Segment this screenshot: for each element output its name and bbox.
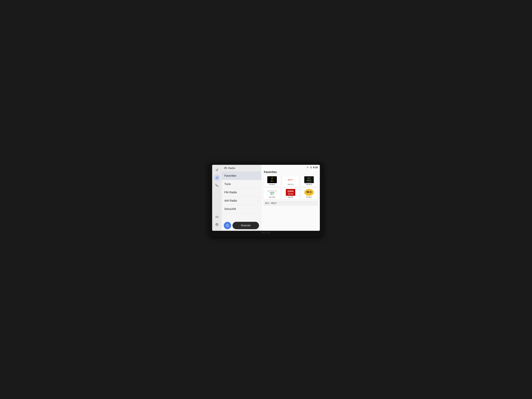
svg-text:88.5: 88.5 xyxy=(306,190,312,193)
settings-icon[interactable] xyxy=(214,221,220,228)
svg-point-2 xyxy=(217,178,218,178)
station-card-am690[interactable]: ESPN 690 AM AM 690 xyxy=(282,188,299,199)
svg-text:Gator: Gator xyxy=(307,179,311,181)
svg-text:690 AM: 690 AM xyxy=(288,193,293,195)
topbar: 8:16 xyxy=(261,165,320,170)
navigation-icon[interactable] xyxy=(214,167,220,173)
content-panel: 8:16 Favorites Z 95.3 FM 95.3 xyxy=(261,165,320,231)
am-radio-chevron-icon: › xyxy=(258,200,259,202)
radio-header-icon xyxy=(224,167,227,170)
svg-text:gator-cr: gator-cr xyxy=(288,179,293,181)
favorites-grid: Z 95.3 FM 95.3 gator-cr FM 97.9 xyxy=(261,175,320,199)
menu-item-favorites[interactable]: Favorites xyxy=(222,172,261,180)
menu-header-title: Radio xyxy=(228,167,235,170)
svg-text:1010: 1010 xyxy=(270,191,274,194)
station-label-am1010: AM 1010 xyxy=(269,196,275,198)
clock-display: 8:16 xyxy=(313,166,318,169)
menu-footer: Sources xyxy=(222,220,261,231)
now-playing[interactable]: 94.1 · WILD xyxy=(263,201,318,206)
bluetooth-icon xyxy=(310,166,312,169)
svg-line-12 xyxy=(228,226,229,227)
search-button[interactable] xyxy=(224,222,231,229)
svg-text:COUNTRY: COUNTRY xyxy=(306,182,312,183)
menu-item-am-radio[interactable]: AM Radio › xyxy=(222,196,261,205)
bezel-bottom: PRIUS xyxy=(212,231,320,234)
mute-icon xyxy=(307,166,309,169)
section-title: Favorites xyxy=(261,170,320,175)
menu-item-fm-radio[interactable]: FM Radio › xyxy=(222,188,261,196)
svg-text:99.9: 99.9 xyxy=(308,177,310,179)
svg-marker-13 xyxy=(307,166,308,168)
svg-text:Z: Z xyxy=(271,177,273,180)
svg-text:ESPN: ESPN xyxy=(288,190,293,192)
menu-items-list: Favorites Tune FM Radio › AM Radio › Sir… xyxy=(222,172,261,220)
menu-panel: Radio Favorites Tune FM Radio › AM Radio… xyxy=(222,165,261,231)
bezel-label: PRIUS xyxy=(261,232,271,234)
station-label-fm979: FM 97.9 xyxy=(288,184,293,185)
menu-header: Radio xyxy=(222,165,261,172)
svg-text:95.3: 95.3 xyxy=(271,180,273,182)
station-label-fm885: FM 88.5 xyxy=(306,196,312,198)
svg-point-8 xyxy=(226,168,226,169)
music-icon[interactable] xyxy=(214,175,220,181)
svg-point-1 xyxy=(216,178,217,179)
svg-text:92.1: 92.1 xyxy=(271,193,274,195)
svg-marker-0 xyxy=(216,169,218,171)
fm-radio-chevron-icon: › xyxy=(258,191,259,193)
station-card-am1010[interactable]: MONEY DIGITAL TALK 1010 92.1 AM 1010 xyxy=(263,188,281,199)
car-bezel: Radio Favorites Tune FM Radio › AM Radio… xyxy=(209,162,323,237)
menu-item-tune[interactable]: Tune xyxy=(222,180,261,188)
sources-button[interactable]: Sources xyxy=(233,222,259,229)
menu-item-siriusxm[interactable]: SiriusXM › xyxy=(222,205,261,213)
svg-point-11 xyxy=(226,224,228,226)
vehicle-icon[interactable] xyxy=(214,214,220,220)
svg-point-6 xyxy=(216,224,217,225)
station-card-fm999[interactable]: 99.9 Gator COUNTRY FM 99.9 xyxy=(300,175,318,187)
station-card-fm953[interactable]: Z 95.3 FM 95.3 xyxy=(263,175,281,187)
station-label-am690: AM 690 xyxy=(288,196,293,198)
siriusxm-chevron-icon: › xyxy=(258,208,259,210)
station-card-fm979[interactable]: gator-cr FM 97.9 xyxy=(282,175,299,187)
infotainment-screen: Radio Favorites Tune FM Radio › AM Radio… xyxy=(212,165,320,231)
sidebar xyxy=(212,165,222,231)
phone-icon[interactable] xyxy=(214,182,220,189)
station-card-fm885[interactable]: 88.5 FM 88.5 xyxy=(300,188,318,199)
station-label-fm953: FM 95.3 xyxy=(269,184,275,185)
station-label-fm999: FM 99.9 xyxy=(306,184,312,185)
